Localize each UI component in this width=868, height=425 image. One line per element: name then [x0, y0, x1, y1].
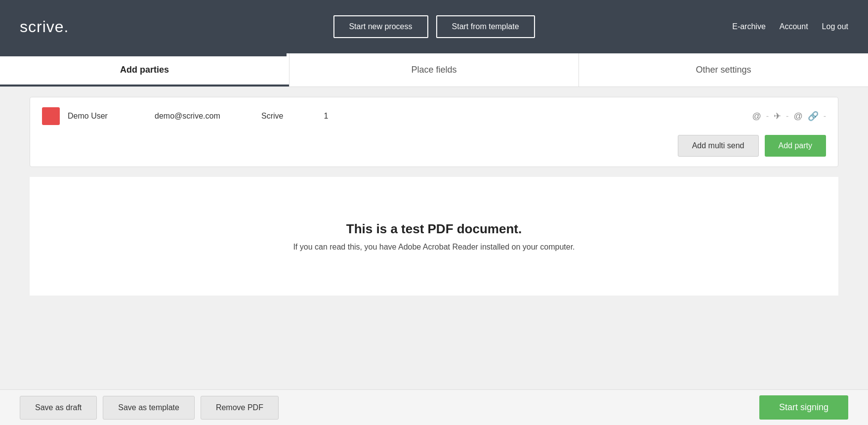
tab-place-fields-label: Place fields — [411, 65, 456, 75]
party-row: Demo User demo@scrive.com Scrive 1 @ - ✈… — [42, 107, 826, 125]
footer-left: Save as draft Save as template Remove PD… — [20, 396, 279, 420]
footer: Save as draft Save as template Remove PD… — [0, 389, 868, 425]
logo: scrive. — [20, 18, 69, 36]
party-number: 1 — [319, 112, 333, 121]
remove-pdf-button[interactable]: Remove PDF — [201, 396, 279, 420]
party-sep-3: - — [824, 112, 826, 121]
logout-link[interactable]: Log out — [822, 22, 848, 31]
earchive-link[interactable]: E-archive — [732, 22, 766, 31]
start-signing-button[interactable]: Start signing — [759, 395, 848, 420]
party-color-swatch[interactable] — [42, 107, 60, 125]
save-as-template-button[interactable]: Save as template — [103, 396, 195, 420]
party-icons: @ - ✈ - @ 🔗 - — [341, 111, 826, 122]
party-email: demo@scrive.com — [155, 112, 253, 121]
add-party-button[interactable]: Add party — [765, 135, 826, 157]
start-new-process-button[interactable]: Start new process — [333, 15, 428, 38]
tab-add-parties[interactable]: Add parties — [0, 53, 289, 86]
header-center-buttons: Start new process Start from template — [333, 15, 535, 38]
add-multi-send-button[interactable]: Add multi send — [678, 135, 759, 157]
party-sep-2: - — [786, 112, 788, 121]
start-from-template-button[interactable]: Start from template — [436, 15, 535, 38]
header: scrive. Start new process Start from tem… — [0, 0, 868, 53]
actions-row: Add multi send Add party — [42, 135, 826, 157]
pdf-preview: This is a test PDF document. If you can … — [30, 177, 838, 296]
pdf-title: This is a test PDF document. — [346, 221, 522, 237]
party-icon-email[interactable]: @ — [752, 111, 761, 122]
header-nav: E-archive Account Log out — [732, 22, 848, 31]
main-content: Demo User demo@scrive.com Scrive 1 @ - ✈… — [0, 87, 868, 389]
tab-add-parties-label: Add parties — [120, 65, 169, 75]
party-org: Scrive — [261, 112, 311, 121]
party-icon-link[interactable]: 🔗 — [808, 111, 819, 122]
save-as-draft-button[interactable]: Save as draft — [20, 396, 97, 420]
party-icon-flight[interactable]: ✈ — [774, 111, 781, 122]
pdf-subtitle: If you can read this, you have Adobe Acr… — [293, 243, 575, 252]
party-sep-1: - — [766, 112, 769, 121]
tab-other-settings-label: Other settings — [696, 65, 751, 75]
party-icon-at[interactable]: @ — [793, 111, 802, 122]
party-name: Demo User — [68, 112, 147, 121]
party-card: Demo User demo@scrive.com Scrive 1 @ - ✈… — [30, 97, 838, 167]
tab-place-fields[interactable]: Place fields — [289, 53, 579, 86]
tab-other-settings[interactable]: Other settings — [579, 53, 868, 86]
account-link[interactable]: Account — [780, 22, 808, 31]
tabs-bar: Add parties Place fields Other settings — [0, 53, 868, 87]
